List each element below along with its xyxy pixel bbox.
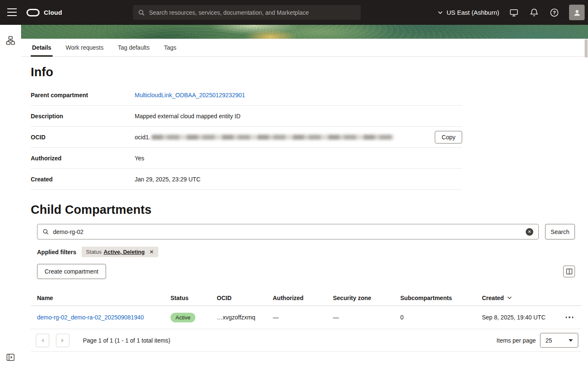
status-filter-chip: Status Active, Deleting ✕ — [82, 247, 158, 257]
help-button[interactable]: ? — [549, 7, 560, 18]
info-row-parent-compartment: Parent compartment MulticloudLink_ODBAA_… — [31, 85, 462, 106]
compartment-hero-banner — [21, 25, 588, 39]
info-row-authorized: Authorized Yes — [31, 148, 462, 169]
items-per-page-select[interactable]: 25 — [540, 333, 578, 348]
ocid-redacted-blur — [152, 135, 394, 140]
column-header-ocid: OCID — [217, 295, 273, 301]
global-search[interactable] — [133, 5, 361, 20]
tab-work-requests[interactable]: Work requests — [64, 39, 105, 56]
header-right-cluster: US East (Ashburn) ? — [438, 0, 585, 25]
tab-details[interactable]: Details — [31, 39, 53, 56]
column-header-status: Status — [170, 295, 217, 301]
chevron-down-icon — [438, 11, 443, 14]
tab-tags[interactable]: Tags — [162, 39, 178, 56]
compartment-search-box[interactable]: ✕ — [37, 224, 539, 239]
tab-bar: Details Work requests Tag defaults Tags — [21, 39, 588, 57]
left-sidebar — [0, 25, 21, 367]
manage-columns-button[interactable] — [563, 266, 575, 277]
info-label: OCID — [31, 134, 135, 141]
applied-filters-row: Applied filters Status Active, Deleting … — [37, 247, 575, 257]
region-selector[interactable]: US East (Ashburn) — [438, 9, 499, 16]
column-header-name: Name — [37, 295, 170, 301]
filter-chip-name: Status — [86, 249, 101, 255]
table-actions-row: Create compartment — [37, 264, 575, 279]
info-label: Created — [31, 176, 135, 183]
caret-down-icon — [569, 339, 573, 342]
next-page-button[interactable] — [56, 334, 69, 347]
info-label: Parent compartment — [31, 92, 135, 98]
remove-filter-icon[interactable]: ✕ — [149, 249, 154, 255]
create-compartment-button[interactable]: Create compartment — [37, 264, 106, 279]
status-badge: Active — [170, 313, 195, 322]
info-row-created: Created Jan 29, 2025, 23:29 UTC — [31, 169, 462, 190]
panel-expand-icon — [6, 354, 15, 361]
child-compartments-title: Child Compartments — [31, 203, 588, 217]
region-label: US East (Ashburn) — [447, 9, 499, 16]
cell-authorized: — — [273, 314, 333, 321]
items-per-page-label: Items per page — [497, 337, 536, 344]
cloud-shell-button[interactable] — [508, 7, 519, 18]
cell-status: Active — [170, 313, 217, 322]
info-value: Jan 29, 2025, 23:29 UTC — [135, 176, 462, 183]
cell-security-zone: — — [333, 314, 400, 321]
pagination-bar: Page 1 of 1 (1 - 1 of 1 total items) Ite… — [31, 329, 581, 352]
compartment-search-input[interactable] — [53, 229, 521, 235]
column-header-created-label: Created — [482, 295, 504, 301]
top-navigation-bar: Cloud US East (Ashburn) ? — [0, 0, 588, 25]
vertical-scrollbar-thumb[interactable] — [585, 39, 588, 58]
info-row-ocid: OCID ocid1. Copy — [31, 127, 462, 148]
info-value: Yes — [135, 155, 462, 162]
person-icon — [572, 8, 582, 17]
column-header-subcompartments: Subcompartments — [400, 295, 482, 301]
tab-tag-defaults[interactable]: Tag defaults — [117, 39, 151, 56]
cell-created: Sep 8, 2025, 19:40 UTC — [482, 314, 562, 321]
child-compartments-panel: ✕ Search Applied filters Status Active, … — [31, 224, 581, 352]
column-header-authorized: Authorized — [273, 295, 333, 301]
search-icon — [138, 9, 145, 16]
previous-page-button[interactable] — [36, 334, 49, 347]
search-icon — [43, 229, 49, 235]
compartment-search-row: ✕ Search — [37, 224, 575, 239]
filter-chip-value[interactable]: Active, Deleting — [104, 249, 145, 255]
clear-search-button[interactable]: ✕ — [526, 228, 533, 236]
brand-label: Cloud — [44, 9, 62, 16]
compartments-nav-button[interactable] — [5, 35, 16, 46]
info-value: MulticloudLink_ODBAA_20250129232901 — [135, 92, 462, 98]
sort-chevron-down-icon — [507, 296, 512, 299]
cell-subcompartments: 0 — [400, 314, 482, 321]
row-actions-menu-icon[interactable] — [562, 306, 575, 329]
oracle-logo-icon — [27, 9, 40, 16]
hamburger-menu-button[interactable] — [7, 8, 17, 16]
applied-filters-label: Applied filters — [37, 249, 76, 255]
search-button[interactable]: Search — [545, 224, 575, 239]
info-label: Authorized — [31, 155, 135, 162]
info-value: ocid1. Copy — [135, 131, 462, 144]
help-icon: ? — [550, 8, 559, 17]
copy-ocid-button[interactable]: Copy — [435, 131, 462, 144]
pagination-summary: Page 1 of 1 (1 - 1 of 1 total items) — [83, 337, 170, 344]
table-row: demo-rg-02_demo-ra-02_202509081940 Activ… — [31, 306, 581, 329]
chevron-right-icon — [61, 338, 64, 343]
user-menu-avatar[interactable] — [569, 5, 585, 20]
column-header-created-sort[interactable]: Created — [482, 295, 562, 301]
svg-text:?: ? — [553, 10, 556, 15]
monitor-icon — [509, 8, 519, 17]
items-per-page-value: 25 — [545, 337, 552, 344]
compartments-icon — [5, 35, 16, 45]
columns-icon — [566, 269, 572, 274]
table-header-row: Name Status OCID Authorized Security zon… — [31, 290, 581, 306]
oracle-cloud-home-link[interactable]: Cloud — [27, 0, 62, 25]
notifications-button[interactable] — [529, 7, 540, 18]
main-content: Details Work requests Tag defaults Tags … — [21, 39, 588, 367]
info-panel: Parent compartment MulticloudLink_ODBAA_… — [31, 85, 462, 190]
compartment-name-link[interactable]: demo-rg-02_demo-ra-02_202509081940 — [37, 314, 144, 321]
info-row-description: Description Mapped external cloud mapped… — [31, 106, 462, 127]
info-label: Description — [31, 113, 135, 120]
info-section-title: Info — [31, 65, 588, 79]
global-search-input[interactable] — [149, 9, 356, 16]
chevron-left-icon — [41, 338, 44, 343]
bell-icon — [530, 8, 538, 17]
parent-compartment-link[interactable]: MulticloudLink_ODBAA_20250129232901 — [135, 92, 245, 98]
expand-panel-button[interactable] — [5, 353, 16, 362]
column-header-security-zone: Security zone — [333, 295, 400, 301]
